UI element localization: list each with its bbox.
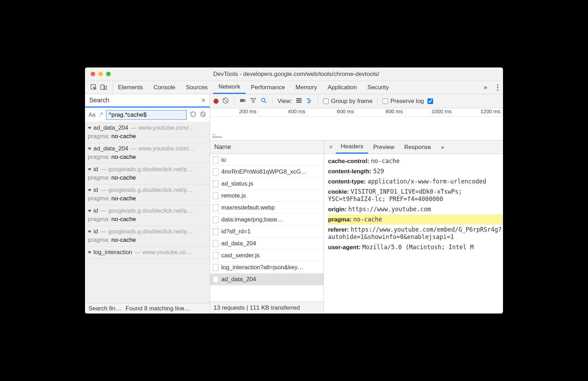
- regex-toggle[interactable]: .*: [99, 112, 103, 118]
- svg-rect-1: [101, 85, 104, 89]
- search-result[interactable]: id — googleads.g.doubleclick.net/p…pragm…: [85, 205, 210, 226]
- waterfall-icon[interactable]: [306, 97, 313, 105]
- chevron-down-icon: [88, 210, 91, 212]
- chevron-down-icon: [88, 251, 91, 254]
- search-result[interactable]: id — googleads.g.doubleclick.net/p…pragm…: [85, 226, 210, 247]
- header-row: cache-control: no-cache: [328, 156, 503, 166]
- device-toggle-icon[interactable]: [100, 84, 107, 91]
- request-row[interactable]: ad_status.js: [210, 178, 324, 190]
- header-row: content-length: 529: [328, 166, 503, 176]
- name-header[interactable]: Name: [210, 141, 324, 154]
- request-row[interactable]: remote.js: [210, 190, 324, 202]
- close-detail-icon[interactable]: ×: [326, 143, 336, 151]
- svg-point-9: [261, 98, 265, 102]
- header-row: pragma: no-cache: [328, 214, 503, 225]
- filter-icon[interactable]: [250, 97, 257, 105]
- search-status: Search fin… Found 8 matching line…: [85, 303, 210, 314]
- more-tabs-icon[interactable]: »: [436, 141, 449, 154]
- headers-body: cache-control: no-cachecontent-length: 5…: [324, 154, 503, 314]
- document-icon: [213, 228, 218, 235]
- timeline[interactable]: 200 ms400 ms600 ms800 ms1000 ms1200 ms: [210, 108, 503, 141]
- search-results: ad_data_204 — www.youtube.com/…pragma: n…: [85, 122, 210, 303]
- large-rows-icon[interactable]: [295, 97, 302, 105]
- search-icon[interactable]: [260, 97, 267, 105]
- close-window-button[interactable]: [91, 72, 95, 76]
- record-button[interactable]: [214, 99, 218, 104]
- disable-cache-checkbox[interactable]: [427, 98, 433, 104]
- document-icon: [213, 156, 218, 163]
- header-row: referer: https://www.youtube.com/embed/G…: [328, 225, 503, 242]
- search-result[interactable]: ad_data_204 — www.youtube.com/…pragma: n…: [85, 143, 210, 164]
- request-row[interactable]: maxresdefault.webp: [210, 202, 324, 214]
- tab-performance[interactable]: Performance: [246, 81, 290, 94]
- titlebar: DevTools - developers.google.com/web/too…: [85, 67, 503, 81]
- svg-rect-14: [308, 100, 311, 101]
- more-tabs-icon[interactable]: »: [478, 81, 492, 94]
- svg-rect-8: [240, 99, 244, 102]
- timeline-tick: 1200 ms: [454, 108, 503, 116]
- search-result[interactable]: log_interaction — www.youtube.co…: [85, 247, 210, 258]
- timeline-tick: 400 ms: [259, 108, 308, 116]
- zoom-window-button[interactable]: [106, 72, 111, 76]
- clear-icon[interactable]: [200, 111, 206, 119]
- preserve-log-checkbox[interactable]: Preserve log: [383, 98, 424, 105]
- document-icon: [213, 168, 218, 175]
- search-panel: Search × Aa .* ad_data_204 — www.youtube…: [85, 94, 210, 314]
- inspect-icon[interactable]: [90, 84, 98, 91]
- search-result[interactable]: id — googleads.g.doubleclick.net/p…pragm…: [85, 185, 210, 205]
- search-input[interactable]: [106, 110, 187, 120]
- request-row[interactable]: id?slf_rd=1: [210, 226, 324, 238]
- menu-icon[interactable]: [492, 81, 503, 94]
- tab-network[interactable]: Network: [213, 81, 246, 94]
- close-icon[interactable]: ×: [201, 96, 205, 104]
- document-icon: [213, 252, 218, 259]
- search-controls: Aa .*: [85, 108, 210, 122]
- tab-elements[interactable]: Elements: [113, 81, 148, 94]
- document-icon: [213, 240, 218, 247]
- timeline-tick: 800 ms: [357, 108, 405, 116]
- tab-application[interactable]: Application: [322, 81, 362, 94]
- chevron-down-icon: [88, 231, 91, 233]
- document-icon: [213, 216, 218, 223]
- request-row[interactable]: data:image/png;base…: [210, 214, 324, 226]
- request-row[interactable]: log_interaction?alt=json&key…: [210, 261, 324, 273]
- refresh-icon[interactable]: [190, 111, 196, 119]
- minimize-window-button[interactable]: [98, 72, 103, 76]
- tab-sources[interactable]: Sources: [181, 81, 213, 94]
- detail-tab-preview[interactable]: Preview: [368, 141, 399, 154]
- svg-rect-2: [105, 86, 107, 89]
- tab-memory[interactable]: Memory: [290, 81, 322, 94]
- timeline-tick: 200 ms: [210, 108, 259, 116]
- main-tabs-row: ElementsConsoleSourcesNetworkPerformance…: [85, 81, 503, 94]
- detail-tab-response[interactable]: Response: [399, 141, 436, 154]
- group-by-frame-checkbox[interactable]: Group by frame: [323, 98, 372, 105]
- request-row[interactable]: cast_sender.js: [210, 250, 324, 261]
- status-right: Found 8 matching line…: [126, 305, 190, 312]
- camera-icon[interactable]: [239, 97, 246, 105]
- search-result[interactable]: ad_data_204 — www.youtube.com/…pragma: n…: [85, 122, 210, 143]
- request-row[interactable]: 4mrRnEPnWo81qWPG8_xcG…: [210, 166, 324, 178]
- devtools-window: DevTools - developers.google.com/web/too…: [85, 67, 503, 314]
- request-row[interactable]: ad_data_204: [210, 273, 324, 285]
- svg-rect-10: [296, 98, 302, 99]
- request-row[interactable]: ad_data_204: [210, 238, 324, 250]
- detail-tabs: × HeadersPreviewResponse»: [324, 141, 503, 154]
- search-result[interactable]: id — googleads.g.doubleclick.net/p…pragm…: [85, 164, 210, 185]
- svg-point-5: [497, 89, 498, 91]
- request-row[interactable]: iu: [210, 154, 324, 166]
- document-icon: [213, 264, 218, 271]
- header-row: content-type: application/x-www-form-url…: [328, 176, 503, 187]
- detail-panel: × HeadersPreviewResponse» cache-control:…: [324, 141, 503, 314]
- clear-icon[interactable]: [222, 97, 229, 105]
- svg-rect-13: [307, 98, 310, 99]
- tab-security[interactable]: Security: [362, 81, 394, 94]
- timeline-tick: 600 ms: [308, 108, 357, 116]
- case-toggle[interactable]: Aa: [89, 112, 96, 118]
- tab-console[interactable]: Console: [148, 81, 181, 94]
- document-icon: [213, 180, 218, 187]
- detail-tab-headers[interactable]: Headers: [336, 141, 368, 154]
- svg-rect-15: [307, 102, 310, 103]
- requests-summary: 13 requests | 111 KB transferred: [210, 302, 324, 314]
- requests-column: Name iu4mrRnEPnWo81qWPG8_xcG…ad_status.j…: [210, 141, 324, 314]
- svg-point-4: [497, 87, 498, 88]
